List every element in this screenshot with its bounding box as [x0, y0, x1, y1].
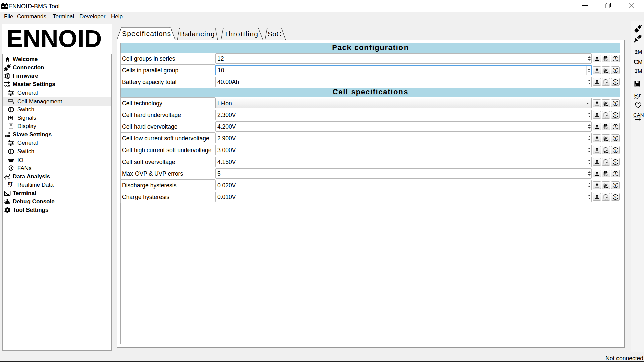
- svg-text:M: M: [638, 69, 642, 74]
- svg-text:SoC: SoC: [268, 30, 282, 38]
- svg-text:CAN: CAN: [633, 112, 644, 118]
- svg-text:Specifications: Specifications: [122, 29, 171, 37]
- svg-text:M: M: [638, 60, 642, 64]
- svg-text:?: ?: [614, 124, 616, 128]
- svg-text:?: ?: [614, 171, 616, 175]
- svg-text:?: ?: [614, 101, 616, 105]
- svg-text:?: ?: [614, 68, 616, 72]
- svg-text:Balancing: Balancing: [180, 30, 215, 38]
- svg-text:?: ?: [614, 136, 616, 140]
- svg-text:?: ?: [614, 160, 616, 164]
- svg-text:?: ?: [614, 113, 616, 117]
- svg-text:M: M: [638, 50, 642, 54]
- svg-text:?: ?: [614, 56, 616, 60]
- svg-text:?: ?: [614, 80, 616, 84]
- svg-text:Throttling: Throttling: [224, 30, 259, 38]
- svg-text:?: ?: [614, 195, 616, 199]
- svg-text:?: ?: [614, 148, 616, 152]
- svg-text:?: ?: [614, 183, 616, 187]
